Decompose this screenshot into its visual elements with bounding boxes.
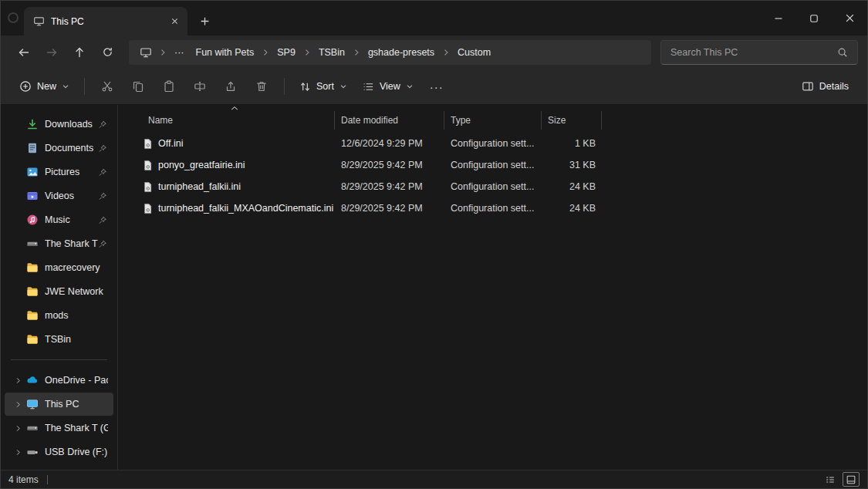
breadcrumb-item[interactable]: gshade-presets	[363, 43, 440, 62]
refresh-icon[interactable]	[93, 40, 121, 65]
new-tab-button[interactable]	[194, 10, 215, 32]
explorer-body: Downloads Documents	[1, 105, 867, 470]
close-icon[interactable]	[832, 1, 867, 35]
chevron-right-icon[interactable]	[9, 424, 26, 433]
column-header-date[interactable]: Date modified	[335, 111, 444, 130]
sidebar-item-this-pc[interactable]: This PC	[5, 393, 113, 416]
search-input[interactable]	[670, 47, 834, 58]
breadcrumb: ··· Fun with Pets SP9 TSBin gshade-prese…	[129, 40, 651, 65]
chevron-down-icon	[62, 83, 69, 90]
breadcrumb-item[interactable]: Fun with Pets	[191, 43, 260, 62]
explorer-tab[interactable]: This PC	[24, 7, 187, 35]
sidebar-item-onedrive[interactable]: OneDrive - Pace	[5, 369, 113, 392]
sidebar-item-shark-drive[interactable]: The Shark T (G:)	[5, 416, 113, 440]
search-icon[interactable]	[834, 47, 851, 58]
paste-icon[interactable]	[154, 74, 184, 99]
details-pane-icon	[802, 80, 814, 93]
file-type: Configuration sett...	[444, 181, 542, 192]
file-list-panel: Name Date modified Type Size Off.ini 12/…	[118, 105, 867, 470]
column-header-size[interactable]: Size	[542, 111, 602, 130]
column-header-name[interactable]: Name	[137, 111, 335, 130]
breadcrumb-item[interactable]: TSBin	[313, 43, 350, 62]
chevron-right-icon	[441, 48, 451, 57]
file-type: Configuration sett...	[444, 138, 542, 149]
ini-file-icon	[142, 138, 154, 150]
copy-icon[interactable]	[123, 74, 154, 99]
documents-icon	[26, 142, 39, 154]
large-icons-view-icon[interactable]	[843, 472, 860, 487]
ellipsis-icon: ···	[430, 80, 444, 93]
breadcrumb-overflow[interactable]: ···	[169, 43, 190, 62]
breadcrumb-item[interactable]: Custom	[452, 43, 496, 62]
file-size: 24 KB	[542, 181, 602, 192]
pin-icon	[98, 143, 108, 153]
file-name: turniphead_falkii_MXAOandCinematic.ini	[158, 203, 333, 214]
sidebar-item-macrecovery[interactable]: macrecovery	[5, 256, 113, 279]
sidebar-item-music[interactable]: Music	[5, 208, 113, 231]
delete-icon[interactable]	[246, 74, 277, 99]
sidebar-item-documents[interactable]: Documents	[5, 137, 113, 160]
music-icon	[26, 214, 39, 226]
sidebar-separator	[11, 359, 107, 360]
chevron-right-icon[interactable]	[9, 400, 26, 409]
sidebar-item-label: Videos	[45, 191, 98, 201]
sidebar-item-pictures[interactable]: Pictures	[5, 160, 113, 184]
pin-icon	[98, 191, 108, 201]
file-row[interactable]: turniphead_falkii_MXAOandCinematic.ini 8…	[137, 197, 867, 219]
share-icon[interactable]	[215, 74, 246, 99]
file-row[interactable]: ponyo_greatfairie.ini 8/29/2025 9:42 PM …	[137, 154, 867, 176]
ini-file-icon	[142, 160, 154, 171]
file-size: 31 KB	[542, 160, 602, 170]
sidebar-item-videos[interactable]: Videos	[5, 184, 113, 207]
view-button-label: View	[380, 81, 400, 92]
sidebar-item-jwe-network[interactable]: JWE Network	[5, 280, 113, 303]
breadcrumb-item[interactable]: SP9	[272, 43, 301, 62]
toolbar-divider	[84, 78, 85, 95]
sidebar-item-tsbin[interactable]: TSBin	[5, 328, 113, 351]
up-icon[interactable]	[66, 40, 93, 65]
new-button[interactable]: New	[12, 75, 77, 98]
sidebar-item-label: USB Drive (F:)	[45, 447, 108, 457]
file-row[interactable]: turniphead_falkii.ini 8/29/2025 9:42 PM …	[137, 176, 867, 197]
videos-icon	[26, 190, 39, 202]
minimize-icon[interactable]	[761, 1, 796, 35]
chevron-down-icon	[406, 83, 414, 90]
sidebar-item-label: This PC	[45, 399, 108, 410]
file-size: 1 KB	[542, 138, 602, 149]
breadcrumb-this-pc-icon[interactable]	[135, 46, 157, 59]
sidebar-item-mods[interactable]: mods	[5, 304, 113, 327]
statusbar: 4 items	[1, 470, 867, 488]
back-icon[interactable]	[10, 40, 38, 65]
sidebar-item-label: Downloads	[45, 119, 98, 130]
view-icon	[363, 81, 374, 93]
chevron-right-icon[interactable]	[9, 376, 26, 385]
sidebar-item-label: The Shark T (G:)	[45, 423, 108, 433]
sidebar-item-label: JWE Network	[45, 286, 108, 297]
sidebar-item-usb-drive[interactable]: USB Drive (F:)	[5, 440, 113, 464]
downloads-icon	[26, 118, 39, 130]
sidebar-item-shark-drive-pinned[interactable]: The Shark T (	[5, 232, 113, 255]
rename-icon[interactable]	[184, 74, 215, 99]
column-headers: Name Date modified Type Size	[137, 111, 867, 130]
details-pane-button[interactable]: Details	[794, 75, 856, 98]
forward-icon[interactable]	[38, 40, 66, 65]
view-toggles	[822, 472, 860, 487]
tab-close-icon[interactable]	[166, 13, 183, 30]
onedrive-icon	[26, 374, 39, 386]
pin-icon	[98, 167, 108, 177]
sort-button[interactable]: Sort	[292, 76, 355, 98]
maximize-icon[interactable]	[796, 1, 832, 35]
sidebar-item-label: Documents	[45, 143, 98, 153]
cut-icon[interactable]	[92, 74, 123, 99]
view-button[interactable]: View	[355, 76, 421, 98]
details-view-icon[interactable]	[822, 472, 839, 487]
sort-ascending-icon	[231, 106, 238, 111]
file-row[interactable]: Off.ini 12/6/2024 9:29 PM Configuration …	[137, 133, 867, 154]
column-header-type[interactable]: Type	[444, 111, 542, 130]
sort-icon	[299, 81, 311, 93]
chevron-right-icon[interactable]	[9, 448, 26, 457]
more-options-button[interactable]: ···	[421, 74, 452, 99]
sidebar: Downloads Documents	[1, 105, 118, 470]
plus-circle-icon	[19, 80, 32, 93]
sidebar-item-downloads[interactable]: Downloads	[5, 113, 113, 136]
